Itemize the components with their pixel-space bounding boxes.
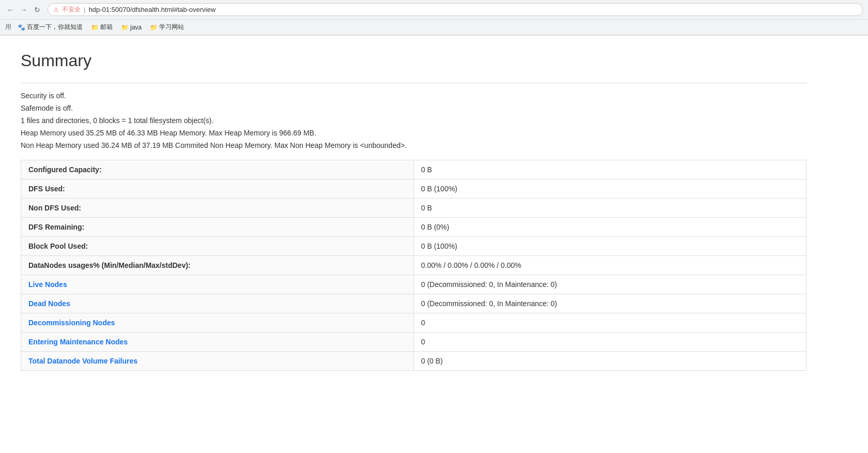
forward-button[interactable]: →	[19, 5, 29, 15]
summary-info: Security is off. Safemode is off. 1 file…	[21, 92, 806, 149]
safemode-info: Safemode is off.	[21, 104, 806, 112]
table-link-label[interactable]: Dead Nodes	[28, 299, 70, 308]
not-secure-icon: ⚠	[53, 6, 59, 13]
table-row: Decommissioning Nodes0	[21, 313, 806, 333]
bookmark-baidu[interactable]: 🐾 百度一下，你就知道	[16, 22, 85, 33]
divider	[21, 83, 806, 83]
table-row: Entering Maintenance Nodes0	[21, 333, 806, 352]
table-cell-value: 0 B	[414, 199, 806, 218]
table-cell-value: 0 (Decommissioned: 0, In Maintenance: 0)	[414, 275, 806, 294]
browser-chrome: ← → ↻ ⚠ 不安全 | hdp-01:50070/dfshealth.htm…	[0, 0, 868, 36]
page-title: Summary	[21, 51, 806, 70]
back-button[interactable]: ←	[5, 5, 16, 15]
table-link-label[interactable]: Live Nodes	[28, 280, 67, 289]
files-info: 1 files and directories, 0 blocks = 1 to…	[21, 116, 806, 125]
mailbox-icon: 📁	[91, 24, 98, 31]
table-row: Total Datanode Volume Failures0 (0 B)	[21, 352, 806, 371]
security-info: Security is off.	[21, 92, 806, 100]
table-row: DFS Used:0 B (100%)	[21, 179, 806, 199]
bookmark-baidu-label: 百度一下，你就知道	[27, 23, 83, 32]
bookmark-learning[interactable]: 📁 学习网站	[148, 22, 186, 33]
bookmarks-bar: 用 🐾 百度一下，你就知道 📁 邮箱 📁 java 📁 学习网站	[0, 20, 868, 35]
java-icon: 📁	[121, 24, 128, 31]
table-row: DataNodes usages% (Min/Median/Max/stdDev…	[21, 256, 806, 275]
table-cell-value: 0 (Decommissioned: 0, In Maintenance: 0)	[414, 294, 806, 313]
bookmark-mailbox[interactable]: 📁 邮箱	[89, 22, 115, 33]
table-cell-label: Block Pool Used:	[21, 237, 414, 256]
table-cell-label: Non DFS Used:	[21, 199, 414, 218]
address-bar[interactable]: ⚠ 不安全 | hdp-01:50070/dfshealth.html#tab-…	[48, 3, 863, 16]
nav-buttons: ← → ↻	[5, 5, 42, 15]
bookmark-mailbox-label: 邮箱	[100, 23, 113, 32]
table-cell-label: Decommissioning Nodes	[21, 313, 414, 333]
table-cell-label: Total Datanode Volume Failures	[21, 352, 414, 371]
table-row: Non DFS Used:0 B	[21, 199, 806, 218]
table-row: Block Pool Used:0 B (100%)	[21, 237, 806, 256]
bookmark-apps: 用	[5, 23, 11, 32]
table-cell-value: 0 (0 B)	[414, 352, 806, 371]
table-cell-label: DFS Remaining:	[21, 218, 414, 237]
page-content: Summary Security is off. Safemode is off…	[0, 36, 827, 386]
table-cell-label: Dead Nodes	[21, 294, 414, 313]
table-cell-label: DFS Used:	[21, 179, 414, 199]
table-row: Dead Nodes0 (Decommissioned: 0, In Maint…	[21, 294, 806, 313]
table-cell-value: 0.00% / 0.00% / 0.00% / 0.00%	[414, 256, 806, 275]
table-cell-label: Entering Maintenance Nodes	[21, 333, 414, 352]
not-secure-label: 不安全	[62, 5, 81, 14]
table-cell-value: 0 B (100%)	[414, 237, 806, 256]
table-link-label[interactable]: Total Datanode Volume Failures	[28, 357, 138, 365]
table-row: DFS Remaining:0 B (0%)	[21, 218, 806, 237]
table-row: Live Nodes0 (Decommissioned: 0, In Maint…	[21, 275, 806, 294]
non-heap-memory-info: Non Heap Memory used 36.24 MB of 37.19 M…	[21, 141, 806, 149]
table-cell-label: Configured Capacity:	[21, 160, 414, 179]
url-text: hdp-01:50070/dfshealth.html#tab-overview	[88, 6, 216, 13]
table-cell-label: Live Nodes	[21, 275, 414, 294]
bookmark-learning-label: 学习网站	[159, 23, 184, 32]
table-link-label[interactable]: Decommissioning Nodes	[28, 319, 115, 327]
table-cell-value: 0	[414, 313, 806, 333]
table-cell-value: 0 B	[414, 160, 806, 179]
browser-toolbar: ← → ↻ ⚠ 不安全 | hdp-01:50070/dfshealth.htm…	[0, 0, 868, 20]
table-cell-value: 0 B (0%)	[414, 218, 806, 237]
table-link-label[interactable]: Entering Maintenance Nodes	[28, 338, 128, 346]
bookmark-java[interactable]: 📁 java	[119, 23, 144, 32]
summary-table: Configured Capacity:0 BDFS Used:0 B (100…	[21, 160, 806, 371]
bookmark-java-label: java	[130, 24, 142, 31]
heap-memory-info: Heap Memory used 35.25 MB of 46.33 MB He…	[21, 129, 806, 137]
table-row: Configured Capacity:0 B	[21, 160, 806, 179]
reload-button[interactable]: ↻	[32, 5, 42, 15]
table-cell-label: DataNodes usages% (Min/Median/Max/stdDev…	[21, 256, 414, 275]
address-separator: |	[84, 6, 85, 13]
baidu-icon: 🐾	[18, 24, 25, 31]
learning-icon: 📁	[150, 24, 157, 31]
table-cell-value: 0 B (100%)	[414, 179, 806, 199]
table-cell-value: 0	[414, 333, 806, 352]
